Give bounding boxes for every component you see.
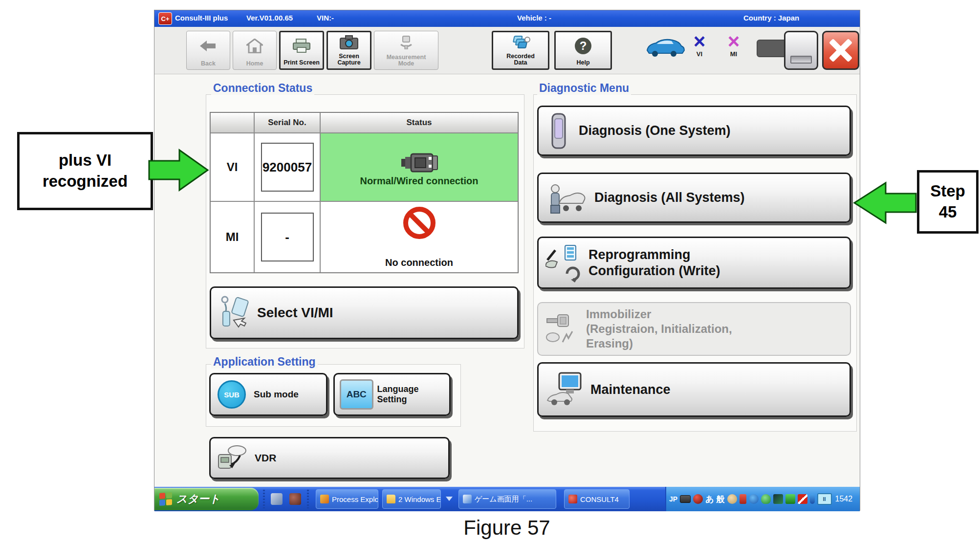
immobilizer-button[interactable]: Immobilizer (Registraion, Initialization… xyxy=(537,302,851,356)
vi-status-text: Normal/Wired connection xyxy=(360,175,478,187)
home-button[interactable]: Home xyxy=(233,31,277,70)
task-process-explorer[interactable]: Process Explo.. xyxy=(316,489,378,509)
language-abc-icon: ABC xyxy=(340,379,373,410)
callout-step-45: Step 45 xyxy=(917,170,979,234)
measurement-mode-button[interactable]: Measurement Mode xyxy=(374,31,438,70)
task-consult4[interactable]: CONSULT4 xyxy=(564,489,630,509)
ime-kanji-label[interactable]: 般 xyxy=(717,494,725,505)
task-windows-explorer[interactable]: 2 Windows Ex... xyxy=(382,489,441,509)
immobilizer-key-icon xyxy=(545,310,579,348)
green-arrow-left-icon xyxy=(851,181,917,225)
quick-launch-icon-2[interactable] xyxy=(289,493,301,505)
app-logo-icon: C+ xyxy=(158,12,172,25)
folder-icon xyxy=(387,495,395,503)
callout-text: 45 xyxy=(939,202,957,223)
close-button[interactable] xyxy=(822,31,859,70)
tray-dark-green-icon[interactable] xyxy=(773,494,783,504)
help-question-icon: ? xyxy=(556,32,610,60)
vi-status-cell: Normal/Wired connection xyxy=(320,133,518,201)
green-phone-icon[interactable] xyxy=(761,494,771,504)
language-setting-button[interactable]: ABC Language Setting xyxy=(333,373,451,416)
camera-icon xyxy=(328,32,370,53)
vi-serial-cell: 9200057 xyxy=(254,133,320,201)
reprogramming-configuration-button[interactable]: Reprogramming Configuration (Write) xyxy=(537,237,851,289)
bluetooth-icon[interactable] xyxy=(810,494,815,504)
vin-label: VIN:- xyxy=(317,14,334,22)
no-connection-icon xyxy=(403,207,436,239)
print-screen-button[interactable]: Print Screen xyxy=(279,31,324,70)
maintenance-icon xyxy=(545,370,584,409)
back-button[interactable]: Back xyxy=(186,31,230,70)
titlebar: C+ Consult-III plus Ver.V01.00.65 VIN:- … xyxy=(154,10,860,27)
vdr-icon xyxy=(218,444,249,472)
ime-jp-label[interactable]: JP xyxy=(669,495,677,503)
mi-device-label: MI xyxy=(210,201,254,273)
diagnostic-menu-title: Diagnostic Menu xyxy=(537,82,631,95)
select-vi-mi-icon xyxy=(219,295,250,331)
memory-card-icon[interactable]: II xyxy=(817,493,832,505)
consult4-icon xyxy=(568,495,577,503)
mi-status-text: No connection xyxy=(385,257,453,268)
col-status: Status xyxy=(320,112,518,133)
clock: 1542 xyxy=(835,495,853,503)
dive-flag-icon[interactable] xyxy=(798,494,807,504)
mi-serial-cell: - xyxy=(254,201,320,273)
mi-serial-value: - xyxy=(261,213,314,261)
vehicle-label: Vehicle : - xyxy=(517,14,551,22)
recorded-data-button[interactable]: Recorded Data xyxy=(492,31,549,70)
callout-text: recognized xyxy=(43,171,128,192)
start-button[interactable]: スタート xyxy=(154,488,259,510)
diagnosis-all-systems-icon xyxy=(546,180,586,216)
game-window-icon xyxy=(463,495,472,503)
tray-red-icon[interactable] xyxy=(740,494,746,504)
red-ball-icon[interactable] xyxy=(693,494,703,504)
palette-icon[interactable] xyxy=(727,494,737,504)
quick-launch-icon-1[interactable] xyxy=(271,493,283,505)
diagnosis-one-system-icon xyxy=(550,113,567,149)
help-button[interactable]: ? Help xyxy=(554,31,612,70)
callout-text: Step xyxy=(930,181,965,202)
task-game-screen[interactable]: ゲーム画面用「... xyxy=(458,489,556,509)
consult-iii-plus-window: C+ Consult-III plus Ver.V01.00.65 VIN:- … xyxy=(154,10,860,511)
vehicle-car-icon xyxy=(643,36,685,59)
screen-capture-button[interactable]: Screen Capture xyxy=(327,31,371,70)
diagnosis-all-systems-button[interactable]: Diagnosis (All Systems) xyxy=(537,173,851,223)
figure-caption: Figure 57 xyxy=(409,516,605,540)
col-serial-no: Serial No. xyxy=(254,112,320,133)
vi-status-indicator: × VI xyxy=(688,33,711,58)
task-overflow-chevron-icon[interactable] xyxy=(446,497,453,501)
maintenance-button[interactable]: Maintenance xyxy=(537,362,851,417)
application-setting-title: Application Setting xyxy=(211,355,318,369)
measurement-mode-icon xyxy=(374,31,438,54)
process-explorer-icon xyxy=(320,495,329,503)
country-label: Country : Japan xyxy=(743,14,799,22)
minimize-button[interactable] xyxy=(784,31,818,70)
mi-status-cell: No connection xyxy=(320,201,518,273)
reprogramming-icon xyxy=(545,243,582,283)
ime-hiragana-label[interactable]: あ xyxy=(705,494,714,505)
vi-x-icon: × xyxy=(688,33,711,50)
mi-x-icon: × xyxy=(722,33,745,50)
green-arrow-right-icon xyxy=(148,148,210,192)
home-icon xyxy=(233,31,276,61)
callout-plus-vi-recognized: plus VI recognized xyxy=(17,132,153,210)
back-circle-icon[interactable] xyxy=(749,494,759,504)
diagnosis-one-system-button[interactable]: Diagnosis (One System) xyxy=(537,106,851,156)
connection-status-title: Connection Status xyxy=(211,82,314,95)
connection-status-table: Serial No. Status VI 9200057 Normal/Wire… xyxy=(210,112,519,273)
vi-serial-value: 9200057 xyxy=(261,143,314,192)
keyboard-icon[interactable] xyxy=(680,495,691,503)
vdr-button[interactable]: VDR xyxy=(209,437,450,479)
green-m-icon[interactable] xyxy=(785,494,795,504)
app-title: Consult-III plus xyxy=(175,14,228,22)
version-label: Ver.V01.00.65 xyxy=(246,14,293,22)
printer-icon xyxy=(281,32,323,60)
system-tray: JP あ 般 II 1542 xyxy=(665,487,860,511)
sub-mode-button[interactable]: SUB Sub mode xyxy=(209,373,327,416)
windows-taskbar: スタート Process Explo.. 2 Windows Ex... ゲーム… xyxy=(154,487,860,511)
sub-mode-icon: SUB xyxy=(218,380,246,409)
windows-logo-icon xyxy=(159,492,172,506)
recorded-data-icon xyxy=(493,32,548,53)
select-vi-mi-button[interactable]: Select VI/MI xyxy=(210,286,519,339)
minimize-icon xyxy=(790,56,812,64)
